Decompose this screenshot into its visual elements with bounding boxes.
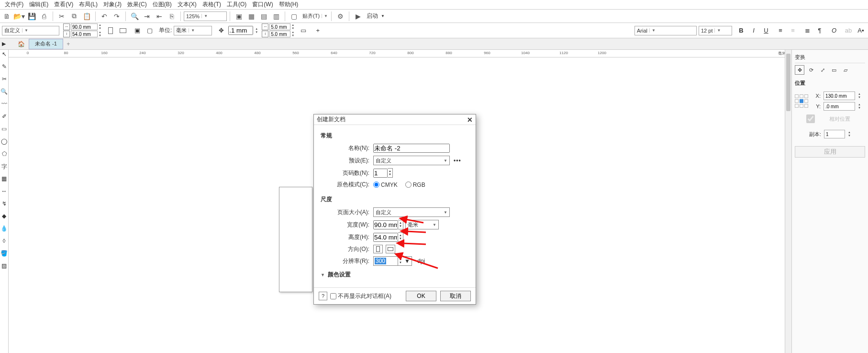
chevron-down-icon[interactable]: ▼	[321, 273, 325, 277]
pagesize-dropdown[interactable]: 自定义▼	[373, 207, 450, 217]
save-icon[interactable]: 💾	[26, 11, 37, 22]
options-icon[interactable]: ⚙	[334, 11, 346, 22]
close-icon[interactable]: ✕	[467, 116, 473, 124]
units-combo[interactable]: 毫米▼	[174, 26, 212, 35]
home-tab-icon[interactable]: 🏠	[15, 39, 27, 49]
launch-dropdown-icon[interactable]: ▼	[381, 14, 385, 18]
nudge-input[interactable]	[228, 26, 253, 35]
grid-icon[interactable]: ▦	[245, 11, 257, 22]
pick-tool-icon[interactable]: ↖	[0, 51, 8, 58]
dropcap-icon[interactable]: ¶	[814, 25, 825, 36]
shape-tool-icon[interactable]: ✎	[0, 63, 8, 71]
text-tool-icon[interactable]: 字	[0, 163, 8, 171]
fill-tool-icon[interactable]: 🪣	[0, 250, 8, 258]
export-icon[interactable]: ⇤	[154, 11, 165, 22]
transform-position-icon[interactable]: ✥	[795, 65, 804, 75]
guides-icon[interactable]: ▥	[270, 11, 282, 22]
polygon-tool-icon[interactable]: ⬠	[0, 150, 8, 158]
edit-text-icon[interactable]: ab	[843, 25, 854, 36]
menu-edit[interactable]: 编辑(E)	[26, 0, 51, 9]
text-options-icon[interactable]: O	[829, 25, 839, 36]
cut-icon[interactable]: ✂	[56, 11, 67, 22]
cancel-button[interactable]: 取消	[440, 291, 471, 301]
redo-icon[interactable]: ↷	[111, 11, 122, 22]
new-tab-button[interactable]: +	[64, 41, 73, 47]
vertical-scrollbar[interactable]	[785, 50, 791, 353]
orientation-portrait-button[interactable]	[105, 25, 116, 36]
underline-icon[interactable]: U	[761, 25, 771, 36]
anchor-grid[interactable]	[795, 94, 808, 108]
dimension-tool-icon[interactable]: ↔	[0, 188, 8, 195]
open-icon[interactable]: 📂▾	[13, 11, 25, 22]
align-left-icon[interactable]: ≡	[775, 25, 786, 36]
dup-x-input[interactable]	[269, 23, 290, 30]
snap-dropdown[interactable]: 贴齐(T)▼	[300, 11, 328, 21]
menu-tools[interactable]: 工具(O)	[224, 0, 249, 9]
menu-table[interactable]: 表格(T)	[200, 0, 224, 9]
transform-scale-icon[interactable]: ⤢	[818, 65, 827, 75]
color-settings-label[interactable]: 颜色设置	[328, 271, 351, 279]
current-page-icon[interactable]: ▢	[145, 25, 155, 36]
transform-size-icon[interactable]: ▭	[829, 65, 839, 75]
colormode-cmyk-radio[interactable]: CMYK	[373, 182, 398, 188]
menu-layout[interactable]: 布局(L)	[76, 0, 100, 9]
new-icon[interactable]: 🗎	[1, 11, 12, 22]
page-preset-combo[interactable]: 自定义▼	[2, 26, 59, 35]
text-props-icon[interactable]: A▪	[856, 25, 866, 36]
page-height-input[interactable]	[71, 31, 98, 37]
welcome-tab-icon[interactable]: ▶	[0, 39, 8, 49]
dup-y-input[interactable]	[269, 31, 290, 37]
rectangle-tool-icon[interactable]: ▭	[0, 125, 8, 133]
orient-portrait-button[interactable]	[373, 245, 383, 253]
undo-icon[interactable]: ↶	[99, 11, 110, 22]
preset-dropdown[interactable]: 自定义▼	[373, 156, 450, 165]
crop-tool-icon[interactable]: ✂	[0, 76, 8, 83]
rulers-icon[interactable]: ▤	[258, 11, 269, 22]
colormode-rgb-radio[interactable]: RGB	[405, 182, 425, 188]
transform-rotate-icon[interactable]: ⟳	[806, 65, 816, 75]
search-icon[interactable]: 🔍	[129, 11, 140, 22]
add-icon[interactable]: +	[312, 25, 323, 36]
outline-tool-icon[interactable]: ◊	[0, 238, 8, 245]
italic-icon[interactable]: I	[748, 25, 759, 36]
menu-text[interactable]: 文本(X)	[175, 0, 200, 9]
paste-icon[interactable]: 📋	[81, 11, 92, 22]
copy-icon[interactable]: ⧉	[68, 11, 80, 22]
fullscreen-icon[interactable]: ▣	[233, 11, 245, 22]
x-input[interactable]	[823, 91, 855, 100]
document-tab-1[interactable]: 未命名 -1	[29, 39, 63, 49]
zoom-tool-icon[interactable]: 🔍	[0, 88, 8, 96]
menu-object[interactable]: 对象(J)	[100, 0, 124, 9]
bold-icon[interactable]: B	[736, 25, 746, 36]
dropper-tool-icon[interactable]: 💧	[0, 225, 8, 233]
artistic-media-tool-icon[interactable]: ✐	[0, 113, 8, 121]
menu-bitmap[interactable]: 位图(B)	[150, 0, 175, 9]
ok-button[interactable]: OK	[406, 291, 436, 301]
help-button[interactable]: ?	[319, 292, 327, 300]
treat-as-objects-icon[interactable]: ▭	[298, 25, 309, 36]
apply-button[interactable]: 应用	[795, 146, 865, 158]
res-input[interactable]: 300	[373, 256, 398, 266]
copies-input[interactable]	[824, 130, 845, 138]
font-combo[interactable]: Arial▼	[634, 26, 697, 35]
name-input[interactable]	[373, 144, 450, 153]
y-input[interactable]	[823, 102, 855, 111]
pages-input[interactable]	[373, 169, 388, 178]
width-units-dropdown[interactable]: 毫米▼	[405, 220, 439, 229]
connector-tool-icon[interactable]: ↯	[0, 200, 8, 208]
table-tool-icon[interactable]: ▦	[0, 175, 8, 183]
menu-window[interactable]: 窗口(W)	[249, 0, 276, 9]
preset-more-icon[interactable]: •••	[452, 157, 463, 164]
all-pages-icon[interactable]: ▣	[132, 25, 143, 36]
transform-skew-icon[interactable]: ▱	[841, 65, 850, 75]
font-size-combo[interactable]: 12 pt▼	[699, 26, 732, 35]
page-width-input[interactable]	[71, 23, 98, 30]
bullet-list-icon[interactable]: ≣	[802, 25, 812, 36]
launch-icon[interactable]: ▶	[352, 11, 364, 22]
menu-effects[interactable]: 效果(C)	[124, 0, 150, 9]
orient-landscape-button[interactable]	[386, 245, 395, 253]
snap-icon[interactable]: ▢	[288, 11, 300, 22]
freehand-tool-icon[interactable]: 〰	[0, 101, 8, 108]
noshow-checkbox[interactable]: 不再显示此对话框(A)	[330, 292, 391, 300]
transparency-tool-icon[interactable]: ▨	[0, 262, 8, 270]
